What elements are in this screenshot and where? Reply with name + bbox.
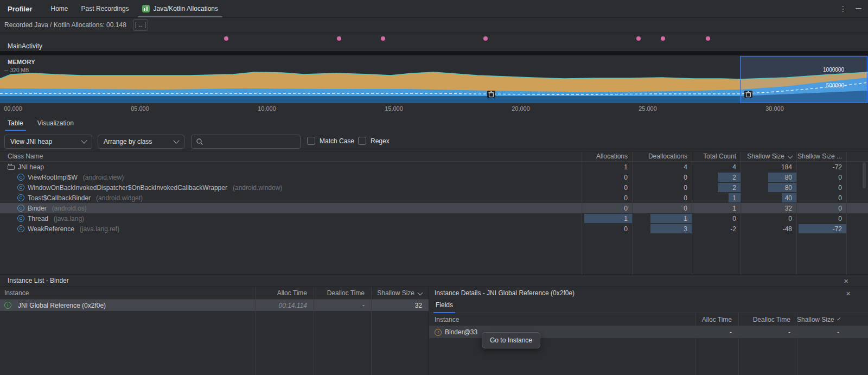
activity-name: MainActivity	[8, 42, 42, 50]
class-name-cell: CThread(java.lang)	[0, 213, 582, 224]
fit-icon: ↔	[136, 22, 145, 28]
timeline-tick: 10.000	[258, 105, 276, 112]
allocation-event-dot	[661, 36, 665, 41]
search-input[interactable]	[207, 137, 296, 146]
timeline-tick: 00.000	[4, 105, 22, 112]
match-case-label: Match Case	[320, 137, 354, 145]
class-icon: C	[17, 215, 24, 222]
garbage-collection-icon	[744, 91, 752, 98]
column-total-count[interactable]: Total Count	[692, 151, 741, 161]
column-shallow-size[interactable]: Shallow Size	[797, 313, 846, 326]
column-shallow-size[interactable]: Shallow Size	[371, 287, 429, 299]
class-table-row[interactable]: CBinder(android.os)001320	[0, 203, 868, 213]
instance-list-title: Instance List - Binder	[8, 277, 69, 284]
go-to-instance-label: Go to Instance	[490, 336, 532, 344]
column-deallocations[interactable]: Deallocations	[632, 151, 692, 161]
close-instance-details-icon[interactable]: ×	[846, 289, 851, 297]
regex-checkbox[interactable]: Regex	[358, 137, 390, 145]
column-instance[interactable]: Instance	[429, 313, 695, 326]
column-divider	[738, 313, 739, 375]
sort-desc-icon	[837, 317, 841, 321]
zoom-to-fit-button[interactable]: ↔	[133, 19, 148, 31]
vertical-scrollbar-thumb[interactable]	[863, 162, 866, 188]
allocations-cell: 0	[582, 172, 632, 182]
deallocations-cell: 0	[632, 182, 692, 193]
tab-table[interactable]: Table	[8, 114, 23, 132]
total-count-cell: 1	[692, 203, 741, 213]
allocations-cell: 0	[582, 182, 632, 193]
class-name: Binder	[28, 205, 47, 212]
heap-select-value: View JNI heap	[10, 138, 52, 145]
class-table-row[interactable]: CThread(java.lang)11000	[0, 213, 868, 224]
column-alloc-time[interactable]: Alloc Time	[695, 313, 738, 326]
column-allocations[interactable]: Allocations	[582, 151, 632, 161]
shallow-size-2-cell: -72	[796, 162, 846, 172]
shallow-size-2-cell: -72	[796, 224, 846, 234]
shallow-size-cell: 80	[741, 172, 796, 182]
value-bar	[718, 183, 741, 192]
selection-axis-label: 500000	[806, 82, 844, 88]
instance-row[interactable]: iJNI Global Reference (0x2f0e)00:14.114-…	[0, 300, 429, 311]
column-instance[interactable]: Instance	[0, 287, 255, 299]
class-table-row[interactable]: CWeakReference(java.lang.ref)03-2-48-72	[0, 224, 868, 234]
allocation-event-dot	[381, 36, 385, 41]
chevron-down-icon	[173, 137, 179, 143]
class-table-row[interactable]: JNI heap144184-72	[0, 162, 868, 172]
class-table-row[interactable]: CViewRootImpl$W(android.view)002800	[0, 172, 868, 182]
filter-toolbar: View JNI heap Arrange by class Match Cas…	[0, 132, 868, 151]
close-instance-list-icon[interactable]: ×	[844, 277, 848, 285]
match-case-checkbox[interactable]: Match Case	[307, 137, 354, 145]
deallocations-cell: 0	[632, 172, 692, 182]
total-count-cell: 4	[692, 162, 741, 172]
column-divider	[692, 151, 692, 275]
column-dealloc-time[interactable]: Dealloc Time	[314, 287, 371, 299]
class-name-cell: CBinder(android.os)	[0, 203, 582, 213]
shallow-size-2-cell: 0	[796, 203, 846, 213]
column-shallow-size-2[interactable]: Shallow Size ...	[796, 151, 846, 161]
class-package: (android.window)	[233, 184, 282, 192]
shallow-size-cell: 80	[741, 182, 796, 193]
memory-timeline[interactable]: MEMORY 320 MB 1000000500000	[0, 56, 868, 103]
tab-java-kotlin-allocations[interactable]: Java/Kotlin Allocations	[136, 0, 225, 17]
class-icon: C	[17, 194, 24, 201]
field-icon: f	[435, 329, 442, 336]
column-divider	[846, 151, 847, 275]
tab-past-recordings[interactable]: Past Recordings	[75, 0, 136, 17]
arrange-select[interactable]: Arrange by class	[98, 135, 184, 149]
more-options-icon[interactable]: ⋮	[839, 5, 847, 12]
deallocations-cell: 1	[632, 213, 692, 224]
time-axis: 00.00005.00010.00015.00020.00025.00030.0…	[0, 103, 868, 114]
total-count-cell: 1	[692, 193, 741, 203]
timeline-tick: 05.000	[131, 105, 149, 112]
column-class-name[interactable]: Class Name	[0, 151, 582, 161]
column-shallow-size[interactable]: Shallow Size	[741, 151, 796, 161]
class-package: (java.lang)	[54, 215, 84, 223]
deallocations-cell: 3	[632, 224, 692, 234]
column-divider	[797, 313, 797, 375]
class-table-row[interactable]: CWindowOnBackInvokedDispatcher$OnBackInv…	[0, 182, 868, 193]
shallow-size-cell: 184	[741, 162, 796, 172]
class-name: WindowOnBackInvokedDispatcher$OnBackInvo…	[28, 184, 227, 192]
search-field[interactable]	[191, 135, 301, 149]
instance-name: JNI Global Reference (0x2f0e)	[18, 302, 106, 309]
column-divider	[255, 287, 256, 375]
shallow-size-2-cell: 0	[796, 193, 846, 203]
allocations-cell: 1	[582, 213, 632, 224]
tab-visualization[interactable]: Visualization	[37, 114, 74, 132]
go-to-instance-menu-item[interactable]: Go to Instance	[482, 332, 540, 348]
class-name-cell: JNI heap	[0, 162, 582, 172]
tab-java-kotlin-allocations-label: Java/Kotlin Allocations	[154, 5, 218, 12]
fields-table-columns: Instance Alloc Time Dealloc Time Shallow…	[429, 313, 868, 326]
heap-select[interactable]: View JNI heap	[4, 135, 92, 149]
sort-desc-icon	[788, 153, 793, 158]
class-table-header: Class Name Allocations Deallocations Tot…	[0, 151, 868, 162]
class-name: JNI heap	[18, 163, 44, 171]
shallow-size-cell: 40	[741, 193, 796, 203]
column-alloc-time[interactable]: Alloc Time	[255, 287, 314, 299]
class-table-row[interactable]: CToast$CallbackBinder(android.widget)001…	[0, 193, 868, 203]
minimize-icon[interactable]	[856, 8, 861, 9]
column-dealloc-time[interactable]: Dealloc Time	[738, 313, 797, 326]
tab-fields[interactable]: Fields	[435, 301, 454, 313]
heap-folder-icon	[8, 165, 15, 170]
tab-home[interactable]: Home	[44, 0, 75, 17]
